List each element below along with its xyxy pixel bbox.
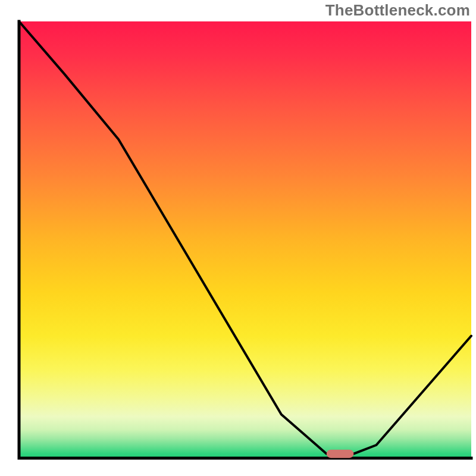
bottleneck-chart	[0, 0, 476, 476]
plot-area	[19, 21, 471, 458]
gradient-background	[19, 21, 471, 458]
attribution-text: TheBottleneck.com	[325, 1, 470, 20]
optimal-range-marker	[327, 450, 354, 458]
